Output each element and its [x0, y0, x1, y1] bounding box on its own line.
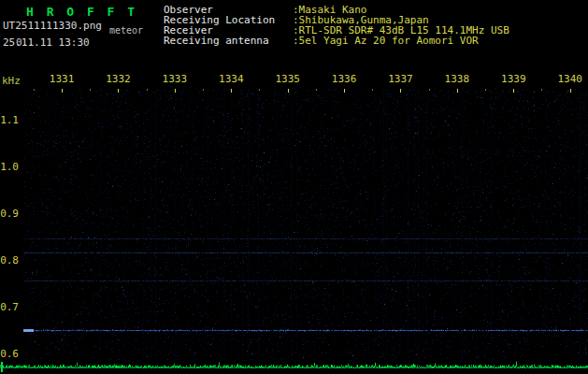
- y-axis-tick-label: 0.9: [0, 208, 19, 220]
- x-axis-tick-label: 1334: [212, 73, 250, 85]
- y-axis-tick-label: 0.6: [0, 348, 19, 360]
- x-axis-tick-label: 1333: [156, 73, 194, 85]
- signal-level-strip-canvas: [0, 361, 588, 374]
- x-axis-tick-label: 1339: [495, 73, 532, 85]
- observation-mode-label: meteor: [109, 25, 143, 36]
- app-title: H R O F F T: [26, 5, 137, 19]
- y-axis-tick-label: 0.7: [0, 301, 19, 313]
- hrofft-app-window: H R O F F T UT2511111330.png meteor 25.1…: [0, 0, 588, 374]
- x-axis-tick-label: 1332: [99, 73, 136, 85]
- field-value: :5el Yagi Az 20 for Aomori VOR: [293, 35, 479, 47]
- x-axis-tick-label: 1335: [269, 73, 307, 85]
- x-axis-tick-label: 1338: [438, 73, 476, 85]
- spectrogram-canvas: [23, 89, 588, 360]
- y-axis-tick-label: 1.1: [0, 114, 19, 126]
- x-axis-tick-labels: 1331133213331334133513361337133813391340: [0, 73, 588, 85]
- x-axis-tick-label: 1337: [381, 73, 419, 85]
- y-axis-tick-labels: 1.11.00.90.80.70.6: [0, 0, 23, 374]
- header-field-antenna: Receiving antenna:5el Yagi Az 20 for Aom…: [164, 36, 479, 46]
- field-label: Receiving antenna: [164, 36, 293, 46]
- x-axis-tick-label: 1331: [43, 73, 80, 85]
- y-axis-tick-label: 0.8: [0, 254, 19, 266]
- x-axis-tick-label: 1336: [325, 73, 363, 85]
- x-axis-tick-label: 1340: [552, 73, 588, 85]
- y-axis-tick-label: 1.0: [0, 161, 19, 173]
